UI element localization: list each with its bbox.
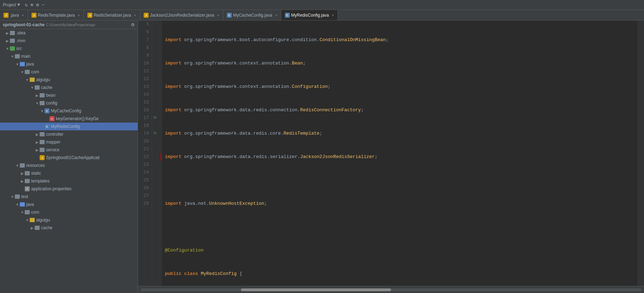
folder-java-icon — [20, 62, 25, 66]
settings-icon[interactable]: ⚙ — [35, 1, 40, 9]
tree-label: application.properties — [31, 186, 71, 191]
sidebar-item-resources[interactable]: ▼ resources — [0, 162, 138, 169]
tree-arrow: ▼ — [30, 86, 35, 90]
tab-jackson2json[interactable]: J Jackson2JsonRedisSerializer.java × — [140, 10, 223, 21]
tree-label: com — [31, 210, 39, 215]
folder-blue-icon — [20, 202, 25, 207]
tree-arrow: ▼ — [10, 195, 15, 199]
tab-myredisconfig[interactable]: C MyRedisConfig.java × — [281, 10, 338, 21]
sidebar-item-test-java[interactable]: ▼ java — [0, 201, 138, 208]
tree-arrow: ▼ — [15, 62, 20, 66]
sidebar-item-service[interactable]: ▶ service — [0, 146, 138, 154]
line-num: 13 — [139, 83, 149, 91]
sidebar-item-test-atguigu[interactable]: ▼ atguigu — [0, 216, 138, 224]
line-num: 7 — [139, 36, 149, 44]
sidebar-item-cache[interactable]: ▼ cache — [0, 84, 138, 91]
code-content[interactable]: import org.springframework.boot.autoconf… — [162, 21, 638, 286]
gutter: ↻ ↻ — [152, 21, 162, 286]
line-num: 24 — [139, 169, 149, 176]
sidebar-item-config[interactable]: ▼ config — [0, 99, 138, 107]
tree-arrow — [45, 117, 50, 121]
project-label: Project — [3, 2, 16, 7]
gear-icon[interactable]: ⚙ — [131, 22, 135, 27]
line-num: 19 — [139, 130, 149, 137]
sidebar-item-idea[interactable]: ▶ .idea — [0, 29, 138, 37]
sidebar-item-mvn[interactable]: ▶ .mvn — [0, 37, 138, 45]
tab-mycacheconfig[interactable]: C MyCacheConfig.java × — [223, 10, 281, 21]
tab-close-icon[interactable]: × — [217, 13, 219, 17]
scroll-thumb[interactable] — [241, 288, 391, 291]
sidebar-item-myredisconfig[interactable]: C MyRedisConfig — [0, 123, 138, 130]
tab-close-icon[interactable]: × — [332, 13, 334, 17]
sidebar-item-src[interactable]: ▼ src — [0, 45, 138, 52]
sidebar-item-static[interactable]: ▶ static — [0, 169, 138, 177]
tree-label: config — [46, 101, 57, 106]
tab-java-icon: J — [4, 13, 8, 18]
tree-label: test — [21, 194, 28, 199]
code-editor[interactable]: 5 6 7 8 9 10 11 12 13 14 15 16 17 18 19 … — [138, 21, 644, 286]
line-num: 23 — [139, 161, 149, 169]
tree-label: resources — [26, 163, 45, 168]
sidebar-item-test-com[interactable]: ▼ com — [0, 208, 138, 216]
tree-label: templates — [31, 179, 50, 184]
project-path: C:\Users\lfy\IdeaProjects\spr — [46, 23, 95, 27]
sidebar-item-bean[interactable]: ▶ bean — [0, 91, 138, 99]
project-name: springboot-01-cache — [3, 22, 45, 27]
tree-arrow: ▼ — [10, 55, 15, 58]
tree-label: controller — [46, 132, 63, 137]
tree-arrow: ▶ — [5, 31, 10, 35]
sidebar-item-atguigu[interactable]: ▼ atguigu — [0, 76, 138, 84]
line-num: 10 — [139, 60, 149, 67]
sidebar-item-com[interactable]: ▼ com — [0, 68, 138, 76]
tab-close-icon[interactable]: × — [275, 13, 277, 17]
collapse-icon[interactable]: — — [41, 1, 45, 9]
tab-close-icon[interactable]: × — [134, 13, 136, 17]
tree-arrow: ▶ — [35, 133, 40, 136]
tab-close-icon[interactable]: × — [78, 13, 80, 17]
tree-label: com — [31, 69, 39, 74]
add-icon[interactable]: ⊕ — [30, 1, 34, 9]
gutter-icon-18: ↻ — [154, 130, 156, 136]
refresh-icon[interactable]: ↻ — [24, 1, 29, 9]
line-num: 8 — [139, 44, 149, 52]
sidebar-item-test[interactable]: ▼ test — [0, 193, 138, 201]
tree-arrow: ▼ — [20, 70, 25, 74]
tree-arrow: ▶ — [5, 39, 10, 43]
folder-icon — [30, 218, 35, 222]
project-dropdown[interactable]: ▼ — [17, 2, 20, 7]
top-bar-icons: ↻ ⊕ ⚙ — — [24, 1, 45, 9]
sidebar-item-templates[interactable]: ▶ templates — [0, 177, 138, 185]
line-num: 16 — [139, 106, 149, 114]
sidebar-item-controller[interactable]: ▶ controller — [0, 130, 138, 138]
tree-arrow: ▼ — [5, 47, 10, 51]
sidebar-item-keygenerator[interactable]: m keyGenerator():KeyGe — [0, 115, 138, 123]
tree-label: bean — [46, 93, 56, 98]
folder-icon — [15, 54, 20, 58]
top-bar: Project ▼ ↻ ⊕ ⚙ — — [0, 0, 644, 10]
folder-test-icon — [15, 195, 20, 199]
tab-close-icon[interactable]: × — [22, 13, 24, 17]
tree-arrow — [35, 156, 40, 160]
code-line-15: public class MyRedisConfig { — [165, 270, 635, 278]
tree-arrow: ▶ — [35, 140, 40, 144]
sidebar-item-mycacheconfig[interactable]: ▼ C MyCacheConfig — [0, 107, 138, 115]
tree-arrow: ▼ — [15, 203, 20, 207]
tab-redistemplate[interactable]: J RedisTemplate.java × — [28, 10, 84, 21]
sidebar-item-mapper[interactable]: ▶ mapper — [0, 138, 138, 146]
tab-bar: J .java × J RedisTemplate.java × J Redis… — [0, 10, 644, 21]
sidebar-item-springbootapp[interactable]: J Springboot01CacheApplicati — [0, 154, 138, 162]
tree-arrow: ▼ — [35, 101, 40, 105]
sidebar-item-main[interactable]: ▼ main — [0, 52, 138, 60]
sidebar-item-appprops[interactable]: P application.properties — [0, 185, 138, 193]
tree-arrow — [40, 125, 45, 129]
sidebar-item-java[interactable]: ▼ java — [0, 60, 138, 68]
breakpoint-marker — [161, 153, 162, 161]
tab-redisserializer[interactable]: J RedisSerializer.java × — [84, 10, 140, 21]
code-line-13 — [165, 223, 635, 231]
tree-arrow — [20, 187, 25, 191]
tab-java-unnamed[interactable]: J .java × — [0, 10, 28, 21]
bottom-scrollbar[interactable] — [138, 286, 644, 293]
sidebar-item-test-cache[interactable]: ▶ cache — [0, 224, 138, 232]
tree-label: cache — [41, 85, 52, 90]
scroll-track[interactable] — [141, 288, 641, 291]
